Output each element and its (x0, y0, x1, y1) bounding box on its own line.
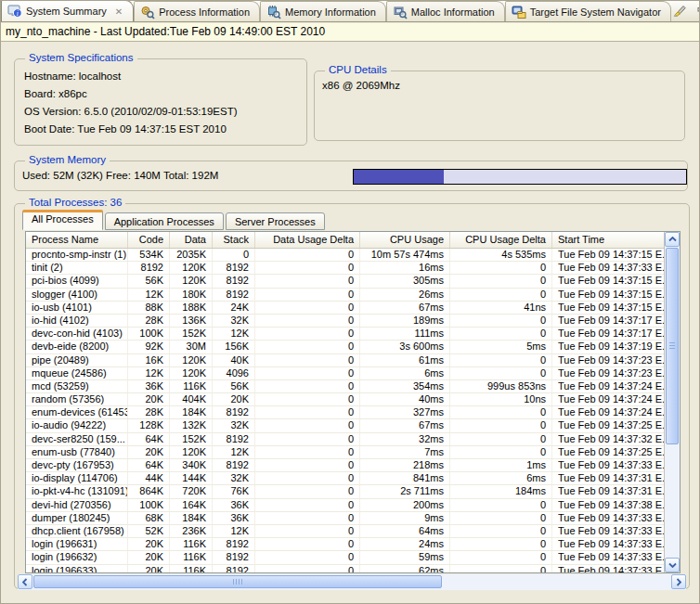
cell-process-name: login (196633) (26, 565, 128, 573)
horizontal-scrollbar[interactable] (18, 574, 686, 590)
scroll-right-icon[interactable] (671, 574, 686, 589)
process-table: Process NameCodeDataStackData Usage Delt… (25, 231, 681, 573)
cell-cpu-usage: 16ms (360, 262, 450, 275)
cell-data-usage-delta: 0 (255, 565, 360, 573)
cell-code: 68K (128, 512, 170, 525)
cell-cpu-usage-delta: 0 (450, 367, 552, 380)
table-row[interactable]: login (196633)20K116K8192062ms0Tue Feb 0… (26, 565, 664, 573)
table-row[interactable]: enum-usb (77840)20K120K12K07ms0Tue Feb 0… (26, 446, 664, 459)
cell-start-time: Tue Feb 09 14:37:17 E. (552, 328, 664, 341)
cell-start-time: Tue Feb 09 14:37:23 E. (552, 367, 664, 380)
column-header-cpu-usage-delta[interactable]: CPU Usage Delta (450, 232, 552, 248)
cell-cpu-usage-delta: 0 (450, 275, 552, 288)
tab-label: Process Information (159, 6, 250, 18)
cell-cpu-usage-delta: 0 (450, 328, 552, 341)
scroll-up-icon[interactable] (665, 232, 680, 247)
table-row[interactable]: random (57356)20K404K20K040ms10nsTue Feb… (26, 393, 664, 406)
group-title: System Memory (25, 154, 110, 165)
column-header-code[interactable]: Code (128, 232, 170, 248)
vertical-scrollbar[interactable] (664, 232, 680, 572)
table-row[interactable]: devb-eide (8200)92K30M156K03s 600ms5msTu… (26, 341, 664, 353)
cell-stack: 56K (213, 380, 255, 393)
tab-target-file-system-navigator[interactable]: Target File System Navigator (505, 1, 671, 21)
minimize-icon[interactable] (694, 3, 700, 18)
table-row[interactable]: dumper (180245)68K184K36K09ms0Tue Feb 09… (26, 512, 664, 525)
highlighter-icon[interactable] (671, 3, 688, 18)
cell-start-time: Tue Feb 09 14:37:33 E. (552, 512, 664, 525)
table-row[interactable]: devc-ser8250 (159...64K152K8192032ms0Tue… (26, 433, 664, 446)
table-row[interactable]: mqueue (24586)12K120K409606ms0Tue Feb 09… (26, 367, 664, 380)
close-icon[interactable]: ✕ (114, 6, 123, 17)
table-row[interactable]: slogger (4100)12K180K8192026ms0Tue Feb 0… (26, 289, 664, 302)
cell-process-name: io-hid (4102) (26, 315, 128, 328)
cell-code: 88K (128, 302, 170, 315)
column-header-cpu-usage[interactable]: CPU Usage (360, 232, 450, 248)
cell-data: 116K (170, 538, 213, 551)
cell-cpu-usage: 61ms (360, 354, 450, 367)
table-row[interactable]: login (196632)20K116K8192059ms0Tue Feb 0… (26, 551, 664, 564)
column-header-stack[interactable]: Stack (213, 232, 255, 248)
scroll-left-icon[interactable] (18, 574, 32, 589)
tab-all-processes[interactable]: All Processes (22, 210, 103, 230)
table-row[interactable]: tinit (2)8192120K8192016ms0Tue Feb 09 14… (26, 262, 664, 275)
cell-code: 100K (128, 499, 170, 512)
tab-server-processes[interactable]: Server Processes (226, 212, 325, 230)
table-row[interactable]: login (196631)20K116K8192024ms0Tue Feb 0… (26, 538, 664, 551)
column-header-data[interactable]: Data (170, 232, 213, 248)
cell-data: 132K (170, 419, 213, 432)
table-row[interactable]: enum-devices (61453)28K184K81920327ms0Tu… (26, 406, 664, 419)
vertical-scroll-thumb[interactable] (666, 248, 679, 444)
cell-cpu-usage: 9ms (360, 512, 450, 525)
cell-code: 100K (128, 328, 170, 341)
table-row[interactable]: pci-bios (4099)56K120K81920305ms0Tue Feb… (26, 275, 664, 288)
cell-cpu-usage-delta: 999us 853ns (450, 380, 552, 393)
cell-data: 152K (170, 433, 213, 446)
cell-process-name: pci-bios (4099) (26, 275, 128, 288)
cell-cpu-usage: 26ms (360, 289, 450, 302)
horizontal-scroll-thumb[interactable] (33, 575, 442, 588)
cell-process-name: io-pkt-v4-hc (131091) (26, 485, 128, 498)
table-row[interactable]: procnto-smp-instr (1)534K2035K0010m 57s … (26, 249, 664, 262)
cell-data-usage-delta: 0 (255, 302, 360, 315)
cell-data-usage-delta: 0 (255, 328, 360, 341)
table-row[interactable]: devi-hid (270356)100K164K36K0200ms0Tue F… (26, 499, 664, 512)
column-header-start-time[interactable]: Start Time (552, 232, 666, 248)
table-row[interactable]: io-audio (94222)128K132K32K067ms0Tue Feb… (26, 419, 664, 432)
cell-stack: 8192 (213, 262, 255, 275)
cell-start-time: Tue Feb 09 14:37:33 E. (552, 459, 664, 472)
view-toolbar (671, 3, 700, 21)
cell-code: 20K (128, 565, 170, 573)
cell-stack: 8192 (213, 289, 255, 302)
cell-process-name: enum-devices (61453) (26, 406, 128, 419)
table-row[interactable]: mcd (53259)36K116K56K0354ms999us 853nsTu… (26, 380, 664, 393)
column-header-process-name[interactable]: Process Name (26, 232, 128, 248)
cell-stack: 12K (213, 525, 255, 538)
table-row[interactable]: devc-pty (167953)64K340K81920218ms1msTue… (26, 459, 664, 472)
tab-memory-information[interactable]: Memory Information (260, 1, 386, 21)
table-row[interactable]: io-pkt-v4-hc (131091)864K720K76K02s 711m… (26, 485, 664, 498)
cell-data: 180K (170, 289, 213, 302)
memory-information-icon (266, 5, 281, 19)
table-row[interactable]: dhcp.client (167958)52K236K12K064ms0Tue … (26, 525, 664, 538)
table-row[interactable]: pipe (20489)16K120K40K061ms0Tue Feb 09 1… (26, 354, 664, 367)
cell-cpu-usage-delta: 0 (450, 406, 552, 419)
column-header-data-usage-delta[interactable]: Data Usage Delta (255, 232, 360, 248)
table-row[interactable]: io-usb (4101)88K188K24K067ms41nsTue Feb … (26, 302, 664, 315)
cell-cpu-usage-delta: 0 (450, 433, 552, 446)
cell-data: 720K (170, 485, 213, 498)
table-row[interactable]: devc-con-hid (4103)100K152K12K0111ms0Tue… (26, 328, 664, 341)
cell-data: 340K (170, 459, 213, 472)
cell-start-time: Tue Feb 09 14:37:25 E. (552, 419, 664, 432)
table-row[interactable]: io-display (114706)44K144K32K0841ms6msTu… (26, 472, 664, 485)
memory-usage-text: Used: 52M (32K) Free: 140M Total: 192M (22, 170, 218, 181)
cell-cpu-usage-delta: 0 (450, 565, 552, 573)
cell-cpu-usage-delta: 0 (450, 538, 552, 551)
scroll-down-icon[interactable] (665, 558, 680, 572)
tab-process-information[interactable]: Process Information (134, 1, 260, 21)
table-header-row: Process NameCodeDataStackData Usage Delt… (26, 232, 680, 249)
cell-cpu-usage: 218ms (360, 459, 450, 472)
tab-system-summary[interactable]: i System Summary ✕ (1, 0, 134, 21)
table-row[interactable]: io-hid (4102)28K136K32K0189ms0Tue Feb 09… (26, 315, 664, 328)
tab-application-processes[interactable]: Application Processes (105, 212, 224, 230)
tab-malloc-information[interactable]: Malloc Information (386, 1, 505, 21)
